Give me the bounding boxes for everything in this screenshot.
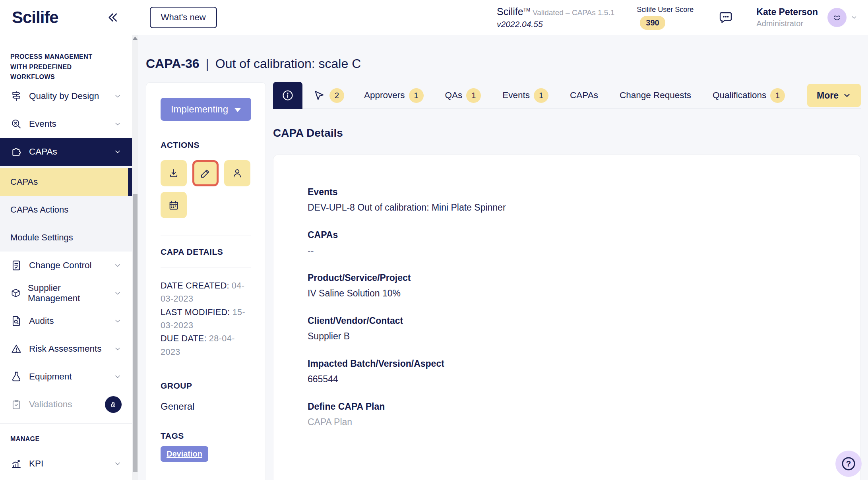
sidebar-item-label: CAPAs [29,147,57,157]
lock-icon [109,400,118,409]
tab-label: CAPAs [570,90,598,101]
edit-button[interactable] [192,160,219,186]
more-tabs-button[interactable]: More [807,84,861,107]
last-modified-line: LAST MODIFIED: 15-03-2023 [161,306,251,333]
tab-badge: 1 [466,88,481,103]
tab-change-requests[interactable]: Change Requests [610,82,701,109]
tab-badge: 2 [329,88,344,103]
sidebar-item-label: Change Control [29,260,92,271]
sidebar-item-label: Quality by Design [29,91,99,101]
chevron-down-icon [114,373,122,381]
title-separator: | [206,56,209,71]
chevron-down-icon [114,460,122,468]
sidebar-subitem-capas[interactable]: CAPAs [0,168,132,196]
sidebar-item-risk-assessments[interactable]: Risk Assessments [0,335,132,363]
sidebar-item-quality-by-design[interactable]: Quality by Design [0,82,132,110]
scroll-up-arrow[interactable] [133,37,138,40]
sidebar-scrollbar-thumb[interactable] [133,194,138,472]
sidebar-item-label: Equipment [29,372,72,382]
sidebar-item-capas[interactable]: CAPAs [0,138,132,166]
tab-actions[interactable]: 2 [305,82,352,109]
sidebar-subitem-capas-actions[interactable]: CAPAs Actions [0,196,132,224]
avatar[interactable] [827,8,847,27]
field-label: Client/Vendor/Contact [308,315,837,326]
field-events: Events DEV-UPL-8 Out of calibration: Min… [308,187,837,213]
tab-capas[interactable]: CAPAs [560,82,608,109]
calendar-button[interactable] [161,192,187,218]
sidebar-item-equipment[interactable]: Equipment [0,363,132,391]
assign-person-button[interactable] [224,160,250,186]
field-value: DEV-UPL-8 Out of calibration: Mini Plate… [308,202,837,213]
warning-triangle-icon [10,343,22,355]
sidebar-item-events[interactable]: Events [0,110,132,138]
app-logo[interactable]: Scilife [12,8,58,27]
field-product-service-project: Product/Service/Project IV Saline Soluti… [308,273,837,299]
feedback-chat-icon[interactable] [718,10,733,25]
sidebar-manage-title: MANAGE [0,435,132,443]
sidebar-subitem-module-settings[interactable]: Module Settings [0,224,132,252]
capa-id: CAPA-36 [146,56,200,71]
tab-label: QAs [445,90,463,101]
audit-doc-icon [10,315,22,327]
sidebar-item-label: Audits [29,316,54,326]
sidebar-capas-subgroup: CAPAs CAPAs Actions Module Settings [0,166,132,252]
help-button[interactable]: ? [835,451,862,477]
sidebar-scrollbar-track [132,35,138,480]
chevron-down-icon [114,289,122,297]
tab-badge: 1 [534,88,548,103]
field-capas: CAPAs -- [308,230,837,256]
status-dropdown-button[interactable]: Implementing [161,98,251,121]
field-value: -- [308,245,837,256]
tab-info[interactable] [273,82,302,109]
user-score-badge: 390 [640,16,665,30]
user-menu-chevron-icon[interactable] [851,14,858,21]
tab-bar: 2 Approvers 1 QAs 1 Events 1 CAPAs [273,82,861,109]
status-label: Implementing [171,104,228,115]
due-date-line: DUE DATE: 28-04-2023 [161,332,251,359]
svg-text:?: ? [846,459,851,468]
date-created-line: DATE CREATED: 04-03-2023 [161,279,251,306]
chevron-down-icon [114,345,122,353]
divider [161,236,251,236]
cursor-actions-icon [313,89,326,102]
sidebar-item-kpi[interactable]: KPI [0,450,132,478]
field-value: Supplier B [308,331,837,342]
tab-events[interactable]: Events 1 [493,82,558,109]
divider [161,267,251,267]
tab-approvers[interactable]: Approvers 1 [355,82,433,109]
validated-info: ScilifeTMValidated – CAPAs 1.5.1 v2022.0… [497,6,614,29]
field-value: 665544 [308,374,837,385]
sidebar-item-label: Risk Assessments [29,344,102,354]
sidebar-divider [0,423,132,424]
sidebar-subitem-label: Module Settings [10,232,73,243]
tab-label: Approvers [364,90,405,101]
capa-title: Out of calibration: scale C [215,56,361,71]
field-label: Events [308,187,837,197]
info-icon [281,89,294,102]
more-label: More [817,90,839,101]
sidebar-item-supplier-management[interactable]: Supplier Management [0,279,132,307]
tab-qualifications[interactable]: Qualifications 1 [703,82,794,109]
sidebar-collapse-button[interactable] [105,10,120,25]
field-define-capa-plan: Define CAPA Plan CAPA Plan [308,401,837,428]
sidebar-item-label: Validations [29,399,72,410]
capa-detail-lines: DATE CREATED: 04-03-2023 LAST MODIFIED: … [161,279,251,359]
sidebar-subitem-label: CAPAs Actions [10,205,68,215]
sidebar-item-validations[interactable]: Validations [0,391,132,418]
user-name: Kate Peterson [756,6,818,18]
sidebar-item-change-control[interactable]: Change Control [0,252,132,279]
field-client-vendor-contact: Client/Vendor/Contact Supplier B [308,315,837,342]
tab-label: Events [502,90,530,101]
tab-label: Qualifications [713,90,766,101]
sidebar-item-audits[interactable]: Audits [0,307,132,335]
chevron-down-icon [114,148,122,156]
download-button[interactable] [161,160,187,186]
tag-deviation[interactable]: Deviation [161,446,208,462]
whats-new-button[interactable]: What's new [150,7,217,28]
capa-details-title: CAPA DETAILS [161,247,251,257]
chevron-down-icon [114,120,122,128]
section-heading: CAPA Details [273,127,861,139]
tab-qas[interactable]: QAs 1 [436,82,491,109]
field-impacted-batch: Impacted Batch/Version/Aspect 665544 [308,358,837,385]
group-title: GROUP [161,381,251,391]
